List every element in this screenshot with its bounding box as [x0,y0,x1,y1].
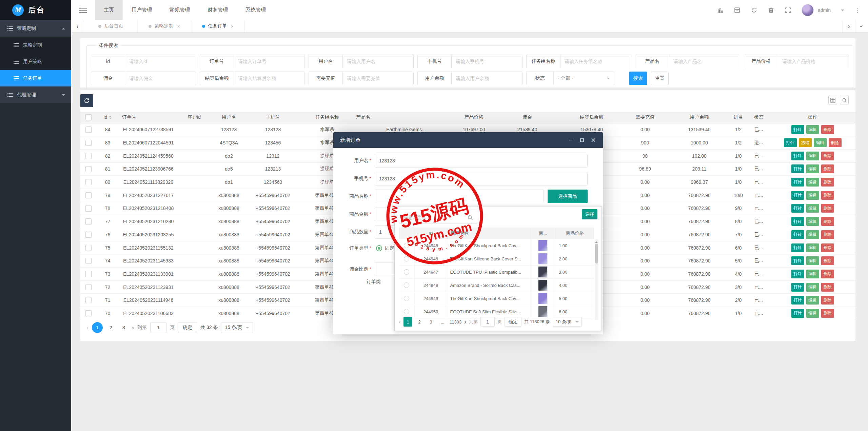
refresh-icon[interactable] [751,7,757,14]
search-field-input[interactable] [343,55,413,68]
goto-confirm-button[interactable]: 确定 [178,322,197,333]
action-button-green[interactable]: 编辑 [806,204,819,213]
sort-asc-icon[interactable] [109,114,112,117]
action-button-teal[interactable]: 打针 [791,217,804,226]
product-radio[interactable] [404,256,409,261]
action-button-red[interactable]: 删除 [821,204,834,213]
action-button-red[interactable]: 删除 [821,270,834,278]
action-button-teal[interactable]: 打针 [791,178,804,187]
action-button-green[interactable]: 编辑 [806,152,819,160]
search-icon[interactable] [463,211,477,224]
search-field-input[interactable] [452,72,522,85]
maximize-icon[interactable] [580,138,584,142]
tab-1[interactable]: 后台首页 [84,20,138,32]
page-number-2[interactable]: 2 [106,322,116,333]
action-button-yellow[interactable]: 冻结 [799,138,812,147]
goto-page-input[interactable] [150,322,166,333]
column-header-1[interactable]: id [97,112,119,123]
app-logo[interactable]: M 后台 [0,0,71,20]
top-menu-item-3[interactable]: 常规管理 [161,0,199,20]
per-page-select[interactable]: 10 条/页 [553,317,582,327]
select-product-button[interactable]: 选择 [582,209,597,219]
page-next-icon[interactable]: › [132,324,134,331]
action-button-red[interactable]: 删除 [821,296,834,305]
action-button-green[interactable]: 编辑 [806,191,819,200]
action-button-green[interactable]: 编辑 [806,309,819,318]
tab-2[interactable]: 策略定制× [138,20,191,32]
row-checkbox[interactable] [85,218,92,224]
action-button-red[interactable]: 删除 [821,217,834,226]
top-menu-item-4[interactable]: 财务管理 [199,0,237,20]
search-field-input[interactable] [125,55,196,68]
page-number-1[interactable]: 1 [403,317,412,327]
row-checkbox[interactable] [85,205,92,212]
action-button-teal[interactable]: 打针 [791,191,804,200]
product-radio[interactable] [404,269,409,275]
sidebar-group-2[interactable]: 代理管理 [0,86,71,103]
column-header-8[interactable]: 产品价格 [456,112,492,123]
column-header-3[interactable]: 客户id [175,112,214,123]
action-button-green[interactable]: 编辑 [806,256,819,265]
status-select[interactable]: - 全部 - [554,72,614,85]
phone-input[interactable] [375,172,588,185]
sidebar-item-1-3[interactable]: 任务订单 [0,70,71,86]
search-field-input[interactable] [234,55,304,68]
row-checkbox[interactable] [85,245,92,251]
search-button[interactable]: 搜索 [629,72,647,85]
sort-desc-icon[interactable] [109,118,112,120]
column-header-4[interactable]: 用户名 [214,112,244,123]
action-button-red[interactable]: 删除 [821,191,834,200]
select-all-checkbox[interactable] [85,114,92,120]
top-menu-item-2[interactable]: 用户管理 [123,0,161,20]
action-button-teal[interactable]: 打针 [784,138,797,147]
action-button-red[interactable]: 删除 [821,164,834,173]
action-button-teal[interactable]: 打针 [791,204,804,213]
username[interactable]: admin [818,7,831,13]
page-number-2[interactable]: 2 [415,317,424,327]
page-next-icon[interactable]: › [464,318,466,326]
action-button-red[interactable]: 删除 [821,256,834,265]
goto-confirm-button[interactable]: 确定 [505,317,521,327]
row-checkbox[interactable] [85,126,92,133]
action-button-green[interactable]: 编辑 [806,296,819,305]
sidebar-toggle-icon[interactable] [71,7,95,14]
page-number-3[interactable]: 3 [119,322,129,333]
row-checkbox[interactable] [85,232,92,238]
action-button-red[interactable]: 删除 [821,230,834,239]
action-button-teal[interactable]: 打针 [791,256,804,265]
modal-header[interactable]: 新增订单 ✕ [333,132,603,148]
action-button-teal[interactable]: 打针 [791,296,804,305]
action-button-green[interactable]: 编辑 [806,125,819,134]
action-button-red[interactable]: 删除 [821,178,834,187]
search-field-input[interactable] [125,72,196,85]
column-header-13[interactable]: 进度 [729,112,748,123]
column-header-9[interactable]: 佣金 [492,112,563,123]
page-prev-icon[interactable]: ‹ [399,318,401,326]
goto-page-input[interactable] [480,317,495,327]
tab-close-icon[interactable]: × [177,23,180,29]
action-button-green[interactable]: 编辑 [806,243,819,252]
tabs-menu-icon[interactable]: › [855,20,868,32]
search-field-input[interactable] [778,55,849,68]
avatar[interactable] [802,4,814,16]
row-checkbox[interactable] [85,271,92,277]
more-menu-icon[interactable]: ⋮ [854,6,861,14]
action-button-red[interactable]: 删除 [821,309,834,318]
page-number-11303[interactable]: 11303 [450,317,461,327]
action-button-green[interactable]: 编辑 [814,138,827,147]
top-menu-item-1[interactable]: 主页 [95,0,123,20]
username-input[interactable] [375,154,588,168]
row-checkbox[interactable] [85,192,92,198]
row-checkbox[interactable] [85,297,92,303]
row-checkbox[interactable] [85,310,92,316]
fullscreen-icon[interactable] [785,7,791,14]
action-button-green[interactable]: 编辑 [806,270,819,278]
column-header-2[interactable]: 订单号 [119,112,175,123]
action-button-green[interactable]: 编辑 [806,217,819,226]
top-menu-item-5[interactable]: 系统管理 [237,0,275,20]
action-button-teal[interactable]: 打针 [791,152,804,160]
keyword-search-input[interactable] [399,211,464,224]
column-header-11[interactable]: 需要充值 [620,112,670,123]
row-checkbox[interactable] [85,258,92,264]
trash-icon[interactable] [768,7,774,14]
